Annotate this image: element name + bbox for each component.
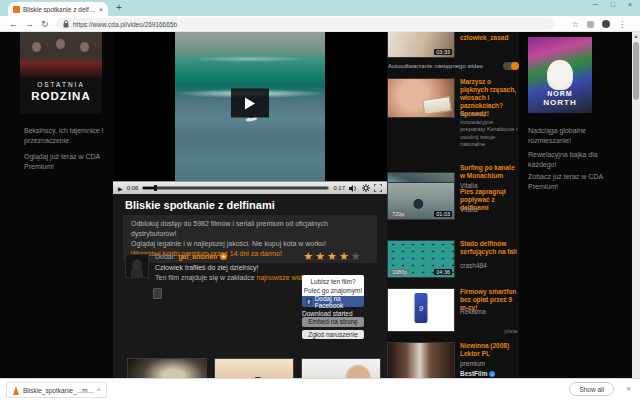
- download-filename: Bliskie_spotkanie_...m...: [23, 387, 93, 394]
- autoplay-label: Autoodtwarzanie następnego wideo: [388, 63, 483, 69]
- duration-badge: 03:33: [434, 49, 452, 55]
- vlc-media-file-icon: [13, 386, 19, 395]
- video-channel-link[interactable]: BestFilm✓: [460, 370, 495, 377]
- browser-tab[interactable]: Bliskie spotkanie z delfinami - wi ×: [8, 2, 108, 16]
- tab-title: Bliskie spotkanie z delfinami - wi: [23, 6, 96, 13]
- embed-button[interactable]: Embed na stronę: [302, 317, 364, 327]
- list-item: 1080p 04:36 Stado delfinów serfujących n…: [387, 238, 519, 286]
- volume-icon[interactable]: [349, 185, 358, 192]
- wave-foam: [190, 56, 310, 62]
- poster-figure: [56, 39, 65, 49]
- list-item-ad: Marzysz o pięknych rzęsach, włosach i pa…: [387, 78, 519, 136]
- polar-bear-figure: [547, 60, 573, 90]
- ad-caption: Zobacz już teraz w CDA Premium!: [528, 172, 620, 191]
- window-maximize-button[interactable]: □: [611, 1, 615, 8]
- added-by-row: Dodał: gal_anonim ★: [155, 253, 227, 260]
- facebook-share-button[interactable]: f Dodaj na Facebook: [302, 296, 364, 307]
- channel-name[interactable]: BestFilm: [460, 370, 487, 377]
- ad-channel-label: Reklama: [460, 308, 486, 315]
- added-by-label: Dodał:: [155, 253, 175, 260]
- play-overlay-button[interactable]: [231, 89, 269, 118]
- ad-caption: Nadciąga globalne rozmieszanie!: [528, 126, 620, 145]
- tab-strip: Bliskie spotkanie z delfinami - wi × + ─…: [0, 0, 640, 16]
- list-item: 03:33 człowiek_zasad: [387, 32, 519, 61]
- premium-user-badge-icon: ★: [220, 253, 227, 260]
- back-icon[interactable]: ←: [9, 18, 18, 30]
- menu-dots-icon[interactable]: ⋮: [618, 20, 626, 29]
- star-filled-icons[interactable]: ★★★★: [303, 250, 350, 262]
- verified-badge-icon: ✓: [489, 371, 495, 377]
- video-thumbnail[interactable]: 1080p 04:36: [387, 240, 455, 278]
- ostatnia-rodzina-ad-poster[interactable]: OSTATNIA RODZINA: [20, 32, 102, 114]
- description-list-icon[interactable]: [153, 288, 162, 299]
- star-empty-icon[interactable]: ★: [351, 250, 363, 262]
- fullscreen-icon[interactable]: [374, 184, 382, 192]
- uploader-username-link[interactable]: gal_anonim: [178, 253, 217, 260]
- video-channel-link[interactable]: crash484: [460, 262, 487, 269]
- reload-icon[interactable]: ↻: [41, 18, 49, 30]
- toggle-knob: [511, 62, 519, 70]
- download-bar: Bliskie_spotkanie_...m... ^ Show all ×: [0, 378, 640, 400]
- forward-icon[interactable]: →: [25, 18, 34, 30]
- list-item: 720p 01:03 Pies zapragnął popływać z del…: [387, 182, 519, 228]
- video-player[interactable]: ▶ 0:06 0:17: [113, 32, 387, 194]
- tab-close-icon[interactable]: ×: [99, 6, 103, 13]
- scrollbar-up-arrow[interactable]: ▲: [632, 32, 640, 41]
- report-button[interactable]: Zgłoś naruszenie: [302, 330, 364, 340]
- promo-line: Odblokuj dostęp do 5982 filmów i seriali…: [131, 219, 369, 239]
- poster-figure: [32, 42, 41, 52]
- video-thumbnail[interactable]: [387, 342, 455, 380]
- autoplay-row: Autoodtwarzanie następnego wideo: [388, 62, 519, 70]
- autoplay-toggle[interactable]: [503, 62, 519, 70]
- main-column: ▶ 0:06 0:17 Bliskie spotkanie: [113, 32, 387, 400]
- video-channel-link[interactable]: Vitalia: [460, 206, 478, 213]
- play-icon: [245, 97, 255, 109]
- duration-badge: 04:36: [434, 269, 452, 275]
- seek-handle[interactable]: [154, 185, 157, 191]
- ad-thumbnail[interactable]: [387, 78, 455, 118]
- new-tab-button[interactable]: +: [116, 2, 122, 13]
- profile-avatar-icon[interactable]: [602, 20, 610, 28]
- norm-of-the-north-ad-poster[interactable]: NORM NORTH: [528, 37, 592, 113]
- current-time: 0:06: [127, 185, 139, 191]
- browser-toolbar: ← → ↻ https://www.cda.pl/video/26916665b…: [0, 16, 640, 32]
- page-scrollbar[interactable]: ▲: [632, 32, 640, 400]
- video-description-line: Człowiek trafiłeś do złej dzielnicy!: [155, 264, 258, 271]
- video-title-link[interactable]: Stado delfinów serfujących na fali: [460, 240, 519, 256]
- premium-label: premium: [460, 360, 485, 367]
- download-caret-icon[interactable]: ^: [97, 387, 100, 394]
- scrollbar-thumb[interactable]: [633, 42, 639, 100]
- address-bar[interactable]: https://www.cda.pl/video/26916665b: [56, 18, 554, 30]
- bookmark-star-icon[interactable]: ☆: [572, 20, 579, 29]
- window-close-button[interactable]: ×: [628, 1, 632, 8]
- duration-time: 0:17: [333, 185, 345, 191]
- player-controls: ▶ 0:06 0:17: [113, 181, 387, 194]
- video-channel-link[interactable]: człowiek_zasad: [460, 34, 519, 42]
- list-item-ad: 9 Firmowy smartfon bez opłat przez 9 m-c…: [387, 284, 519, 338]
- poster-figure: [80, 42, 89, 52]
- seek-bar[interactable]: [142, 186, 329, 190]
- uploader-avatar[interactable]: [125, 254, 149, 278]
- left-ad-rail: OSTATNIA RODZINA Beksińscy, ich tajemnic…: [0, 32, 113, 400]
- plista-logo[interactable]: plista: [504, 328, 517, 334]
- right-ad-rail: NORM NORTH Nadciąga globalne rozmieszani…: [519, 32, 632, 400]
- video-thumbnail[interactable]: 720p 01:03: [387, 182, 455, 220]
- play-button[interactable]: ▶: [118, 185, 123, 192]
- extension-icon[interactable]: [587, 21, 594, 28]
- video-thumbnail[interactable]: 03:33: [387, 32, 455, 58]
- video-title-link[interactable]: Niewinna (2008) Lektor PL: [460, 342, 519, 358]
- category-text: Ten film znajduje się w zakładce: [155, 274, 255, 281]
- like-prompt-line1: Lubisz ten film?: [302, 277, 364, 286]
- ad-caption: Rewelacyjna bajka dla każdego!: [528, 150, 620, 169]
- downloaded-file-item[interactable]: Bliskie_spotkanie_...m... ^: [6, 382, 107, 398]
- poster-title-line2: NORTH: [528, 98, 592, 107]
- download-bar-close-icon[interactable]: ×: [626, 384, 631, 393]
- settings-gear-icon[interactable]: [362, 184, 370, 192]
- duration-badge: 01:03: [434, 211, 452, 217]
- ad-thumbnail[interactable]: 9: [387, 288, 455, 332]
- window-minimize-button[interactable]: ─: [593, 1, 598, 8]
- show-all-downloads-button[interactable]: Show all: [569, 382, 614, 396]
- rating-stars[interactable]: ★★★★★: [301, 250, 365, 263]
- video-title-link[interactable]: Surfing po kanale w Monachium: [460, 164, 519, 180]
- poster-title-line1: OSTATNIA: [20, 81, 102, 88]
